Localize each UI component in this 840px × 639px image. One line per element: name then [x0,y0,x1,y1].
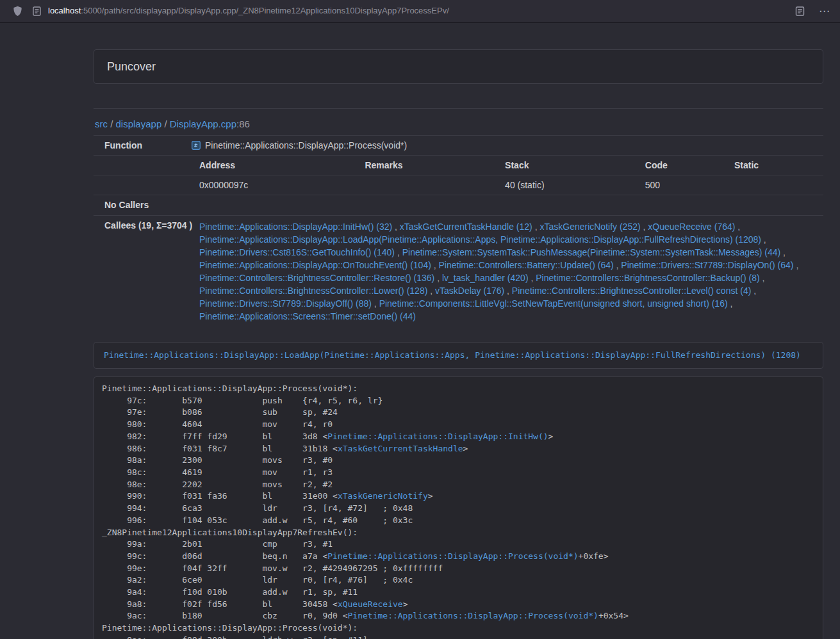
url-bar[interactable]: localhost:5000/path/src/displayapp/Displ… [48,5,795,17]
callee-link[interactable]: Pinetime::Drivers::St7789::DisplayOn() (… [621,260,793,270]
empty-label-cell [94,175,186,195]
callees-row: Callees (19, Σ=3704 ) Pinetime::Applicat… [94,215,823,327]
callee-separator: , [395,247,402,257]
callee-link[interactable]: Pinetime::Drivers::St7789::DisplayOff() … [199,298,372,309]
column-header-remarks: Remarks [352,156,492,175]
callee-link[interactable]: vTaskDelay (176) [435,286,504,296]
callees-list: Pinetime::Applications::DisplayApp::Init… [186,216,823,327]
callee-link[interactable]: Pinetime::Controllers::BrightnessControl… [199,273,434,283]
code-symbol-link[interactable]: xTaskGetCurrentTaskHandle [338,444,463,453]
breadcrumb-line-number: :86 [236,118,250,129]
disassembly-code: Pinetime::Applications::DisplayApp::Proc… [94,376,823,639]
callee-link[interactable]: Pinetime::Controllers::BrightnessControl… [199,286,427,296]
columns-header-row: Address Remarks Stack Code Static [94,155,823,175]
header-divider [94,108,823,109]
page-title: Puncover [107,60,156,73]
empty-label-cell [94,156,186,175]
breadcrumb-link-file[interactable]: DisplayApp.cpp [170,118,236,129]
code-symbol-link[interactable]: Pinetime::Applications::DisplayApp::Proc… [327,551,578,561]
callee-link[interactable]: xTaskGenericNotify (252) [539,222,640,232]
callee-separator: , [641,222,648,232]
no-callers-label: No Callers [94,195,186,214]
callee-link[interactable]: lv_task_handler (420) [442,273,529,283]
code-size-value: 500 [632,175,721,195]
callee-separator: , [372,298,379,309]
address-value: 0x0000097c [186,175,352,195]
callee-link[interactable]: Pinetime::Components::LittleVgl::SetNewT… [379,298,728,309]
callee-separator: , [392,222,400,232]
loadapp-panel: Pinetime::Applications::DisplayApp::Load… [94,342,823,369]
callee-separator: , [780,247,786,257]
callee-link[interactable]: Pinetime::Controllers::Battery::Update()… [439,260,614,270]
page-info-icon[interactable] [33,6,41,16]
callee-separator: , [760,273,765,283]
reader-mode-icon[interactable] [795,6,805,16]
page-container: Puncover src / displayapp / DisplayApp.c… [94,49,823,639]
callee-separator: , [751,286,756,296]
column-header-code: Code [632,156,721,175]
breadcrumb-separator: / [161,118,170,129]
callee-link[interactable]: Pinetime::Applications::Screens::Timer::… [199,311,416,321]
breadcrumb-separator: / [108,118,116,129]
callee-separator: , [427,286,435,296]
symbol-table: Function Pinetime::Applications::Display… [94,135,823,326]
callee-separator: , [794,260,799,270]
callee-separator: , [431,260,439,270]
callee-link[interactable]: Pinetime::Applications::DisplayApp::Init… [199,222,392,232]
overflow-menu-icon[interactable]: ⋯ [819,6,831,17]
code-symbol-link[interactable]: Pinetime::Applications::DisplayApp::Init… [327,432,548,441]
values-row: 0x0000097c 40 (static) 500 [94,175,823,195]
callee-separator: , [735,222,740,232]
function-row-label: Function [94,136,186,155]
function-icon [192,141,201,150]
callees-label: Callees (19, Σ=3704 ) [94,216,186,327]
column-header-stack: Stack [492,156,632,175]
callee-link[interactable]: Pinetime::System::SystemTask::PushMessag… [402,247,781,257]
loadapp-symbol-link[interactable]: Pinetime::Applications::DisplayApp::Load… [104,350,801,360]
callers-row: No Callers [94,195,823,214]
callee-separator: , [529,273,536,283]
code-symbol-link[interactable]: xQueueReceive [338,599,403,609]
column-header-static: Static [721,156,823,175]
callee-link[interactable]: Pinetime::Applications::DisplayApp::OnTo… [199,260,431,270]
callee-link[interactable]: Pinetime::Controllers::BrightnessControl… [512,286,751,296]
browser-chrome: localhost:5000/path/src/displayapp/Displ… [0,0,840,23]
column-header-address: Address [186,156,352,175]
remarks-value [352,175,492,195]
callee-link[interactable]: xQueueReceive (764) [648,222,735,232]
breadcrumb-link-src[interactable]: src [95,118,108,129]
callee-link[interactable]: Pinetime::Applications::DisplayApp::Load… [199,234,761,245]
breadcrumb: src / displayapp / DisplayApp.cpp:86 [95,117,823,131]
callee-separator: , [761,234,766,245]
callee-link[interactable]: xTaskGetCurrentTaskHandle (12) [400,222,532,232]
stack-value: 40 (static) [492,175,632,195]
callee-separator: , [614,260,622,270]
callee-link[interactable]: Pinetime::Drivers::Cst816S::GetTouchInfo… [199,247,395,257]
url-path: :5000/path/src/displayapp/DisplayApp.cpp… [81,6,449,15]
breadcrumb-link-displayapp[interactable]: displayapp [116,118,162,129]
function-row: Function Pinetime::Applications::Display… [94,135,823,155]
app-title-panel: Puncover [94,49,823,84]
callee-separator: , [434,273,442,283]
url-host: localhost [48,6,81,15]
function-name: Pinetime::Applications::DisplayApp::Proc… [205,139,407,152]
callee-link[interactable]: Pinetime::Controllers::BrightnessControl… [536,273,759,283]
static-value [721,175,823,195]
code-symbol-link[interactable]: xTaskGenericNotify [338,491,428,501]
tracking-protection-shield-icon[interactable] [13,6,22,17]
callee-separator: , [728,298,733,309]
callee-separator: , [504,286,512,296]
callee-separator: , [532,222,540,232]
code-symbol-link[interactable]: Pinetime::Applications::DisplayApp::Proc… [348,611,598,620]
